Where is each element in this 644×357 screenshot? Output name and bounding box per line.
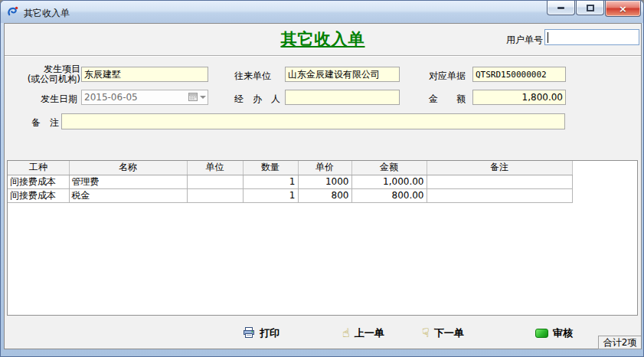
project-input[interactable] xyxy=(81,67,208,82)
previous-record-label: 上一单 xyxy=(355,326,384,340)
table-cell: 1 xyxy=(243,175,298,188)
table-cell: 800.00 xyxy=(351,188,427,202)
table-header-row: 工种名称单位数量单价金额备注 xyxy=(8,161,572,175)
titlebar[interactable]: 其它收入单 × xyxy=(1,1,643,23)
partner-input[interactable] xyxy=(285,67,400,82)
table-row[interactable]: 间接费成本管理费110001,000.00 xyxy=(8,175,572,188)
status-total: 合计2项 xyxy=(598,336,641,349)
print-label: 打印 xyxy=(260,326,280,340)
column-header: 名称 xyxy=(69,161,187,175)
column-header: 数量 xyxy=(243,161,298,175)
table-cell xyxy=(427,175,572,188)
audit-label: 审核 xyxy=(553,326,573,340)
audit-icon xyxy=(535,329,548,338)
doc-input[interactable] xyxy=(472,67,566,82)
date-picker[interactable]: 2015-06-05 xyxy=(81,90,208,105)
user-no-label: 用户单号 xyxy=(506,34,543,47)
column-header: 工种 xyxy=(8,161,69,175)
doc-label: 对应单据 xyxy=(429,70,466,83)
items-table: 工种名称单位数量单价金额备注 间接费成本管理费110001,000.00间接费成… xyxy=(8,161,573,203)
table-cell xyxy=(187,175,243,188)
table-cell xyxy=(427,188,572,202)
table-cell: 间接费成本 xyxy=(8,175,69,188)
table-cell: 税金 xyxy=(69,188,187,202)
project-label: 发生项目 (或公司机构) xyxy=(15,64,80,84)
partner-label: 往来单位 xyxy=(234,70,271,83)
next-record-label: 下一单 xyxy=(434,326,464,340)
calendar-icon xyxy=(188,92,198,103)
table-cell: 1000 xyxy=(298,175,351,188)
table-cell: 管理费 xyxy=(69,175,187,188)
hand-up-icon: ☝ xyxy=(342,327,350,339)
column-header: 单位 xyxy=(187,161,243,175)
close-icon: × xyxy=(619,4,627,14)
column-header: 单价 xyxy=(298,161,351,175)
maximize-button[interactable] xyxy=(576,1,604,15)
date-value: 2015-06-05 xyxy=(84,92,188,103)
hand-down-icon: ☟ xyxy=(422,327,430,339)
minimize-icon xyxy=(557,7,564,9)
table-cell: 1 xyxy=(243,188,298,202)
table-cell: 1,000.00 xyxy=(351,175,427,188)
printer-icon xyxy=(243,326,255,341)
remark-label: 备 注 xyxy=(31,116,59,129)
close-button[interactable]: × xyxy=(605,1,641,17)
handler-label: 经 办 人 xyxy=(234,93,280,106)
column-header: 金额 xyxy=(351,161,427,175)
table-cell: 800 xyxy=(298,188,351,202)
remark-input[interactable] xyxy=(61,113,565,129)
window-title: 其它收入单 xyxy=(24,7,70,20)
table-cell: 间接费成本 xyxy=(8,188,69,202)
handler-input[interactable] xyxy=(285,90,400,105)
table-cell xyxy=(187,188,243,202)
column-header: 备注 xyxy=(427,161,572,175)
amount-input[interactable] xyxy=(472,90,566,105)
app-icon xyxy=(7,5,19,18)
audit-button[interactable]: 审核 xyxy=(535,326,573,341)
amount-label: 金 额 xyxy=(429,93,466,106)
user-no-input[interactable] xyxy=(544,29,639,45)
previous-record-button[interactable]: ☝ 上一单 xyxy=(342,326,384,341)
text-caret xyxy=(548,32,548,43)
next-record-button[interactable]: ☟ 下一单 xyxy=(422,326,464,341)
window-controls: × xyxy=(547,1,641,17)
date-label: 发生日期 xyxy=(41,93,77,106)
items-table-panel: 工种名称单位数量单价金额备注 间接费成本管理费110001,000.00间接费成… xyxy=(7,160,638,316)
print-button[interactable]: 打印 xyxy=(243,326,280,341)
dropdown-arrow-icon xyxy=(200,96,206,99)
app-window: 其它收入单 × 其它收入单 用户单号 发生项目 (或公司机构) 往来单位 对应单… xyxy=(0,0,644,357)
maximize-icon xyxy=(587,5,594,11)
table-row[interactable]: 间接费成本税金1800800.00 xyxy=(8,188,572,202)
minimize-button[interactable] xyxy=(547,1,575,15)
